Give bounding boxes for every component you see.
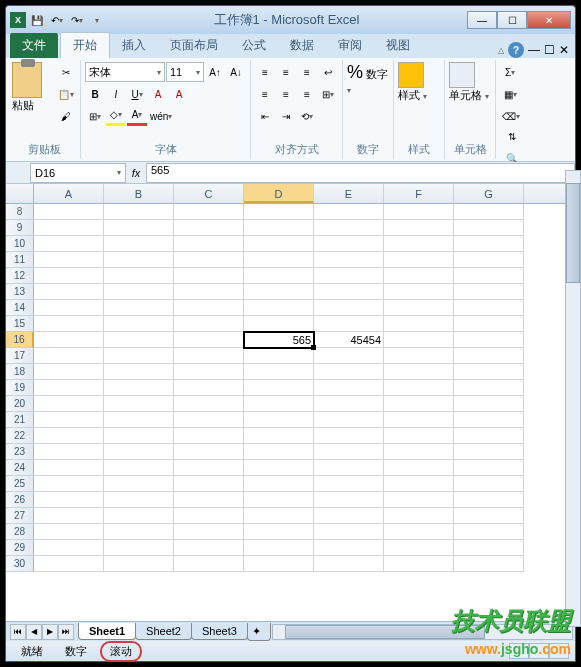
cell-A19[interactable] [34,380,104,396]
bold-button[interactable]: B [85,84,105,104]
cell-B19[interactable] [104,380,174,396]
cell-G15[interactable] [454,316,524,332]
cell-F12[interactable] [384,268,454,284]
row-header[interactable]: 23 [6,444,34,460]
cell-D28[interactable] [244,524,314,540]
orientation-icon[interactable]: ⟲▾ [297,106,317,126]
cell-E11[interactable] [314,252,384,268]
cell-D12[interactable] [244,268,314,284]
cell-C21[interactable] [174,412,244,428]
tab-review[interactable]: 审阅 [326,33,374,58]
phonetic-button[interactable]: wén▾ [148,106,174,126]
cell-E14[interactable] [314,300,384,316]
cell-F23[interactable] [384,444,454,460]
cell-A28[interactable] [34,524,104,540]
cell-F16[interactable] [384,332,454,348]
row-header[interactable]: 18 [6,364,34,380]
cell-F10[interactable] [384,236,454,252]
cell-F14[interactable] [384,300,454,316]
cell-A26[interactable] [34,492,104,508]
decrease-font-icon[interactable]: A↓ [226,62,246,82]
cell-C20[interactable] [174,396,244,412]
cell-E29[interactable] [314,540,384,556]
cell-C8[interactable] [174,204,244,220]
close-button[interactable]: ✕ [527,11,571,29]
normal-view-button[interactable] [509,643,529,659]
cell-D19[interactable] [244,380,314,396]
cell-F8[interactable] [384,204,454,220]
cell-F27[interactable] [384,508,454,524]
cell-A24[interactable] [34,460,104,476]
row-header[interactable]: 29 [6,540,34,556]
cell-G14[interactable] [454,300,524,316]
cell-D16[interactable]: 565 [244,332,314,348]
col-header-F[interactable]: F [384,184,454,203]
cell-D20[interactable] [244,396,314,412]
h-scroll-thumb[interactable] [285,625,485,639]
row-header[interactable]: 10 [6,236,34,252]
cell-A16[interactable] [34,332,104,348]
cell-D18[interactable] [244,364,314,380]
autosum-icon[interactable]: Σ▾ [500,62,520,82]
cell-A18[interactable] [34,364,104,380]
cell-B22[interactable] [104,428,174,444]
number-format-button[interactable]: % 数字 ▾ [347,62,389,122]
cell-F15[interactable] [384,316,454,332]
cell-E25[interactable] [314,476,384,492]
row-header[interactable]: 25 [6,476,34,492]
row-header[interactable]: 20 [6,396,34,412]
cell-E28[interactable] [314,524,384,540]
cell-C11[interactable] [174,252,244,268]
cell-G17[interactable] [454,348,524,364]
doc-minimize-icon[interactable]: — [528,43,540,57]
cell-B16[interactable] [104,332,174,348]
qat-more-icon[interactable]: ▾ [88,11,106,29]
cell-C18[interactable] [174,364,244,380]
help-icon[interactable]: ? [508,42,524,58]
cell-A8[interactable] [34,204,104,220]
row-header[interactable]: 22 [6,428,34,444]
cell-E12[interactable] [314,268,384,284]
cell-G28[interactable] [454,524,524,540]
maximize-button[interactable]: ☐ [497,11,527,29]
cells-button[interactable]: 单元格 ▾ [449,62,491,122]
cell-A12[interactable] [34,268,104,284]
align-center-icon[interactable]: ≡ [276,84,296,104]
cell-B15[interactable] [104,316,174,332]
tab-layout[interactable]: 页面布局 [158,33,230,58]
cell-D10[interactable] [244,236,314,252]
cell-G11[interactable] [454,252,524,268]
horizontal-scrollbar[interactable] [272,624,573,640]
cell-E9[interactable] [314,220,384,236]
cell-B25[interactable] [104,476,174,492]
cell-E17[interactable] [314,348,384,364]
cell-B17[interactable] [104,348,174,364]
increase-font2-icon[interactable]: A [148,84,168,104]
cell-A25[interactable] [34,476,104,492]
cell-G16[interactable] [454,332,524,348]
row-header[interactable]: 26 [6,492,34,508]
paste-button[interactable]: 粘贴 [12,62,54,122]
cell-C23[interactable] [174,444,244,460]
cell-D24[interactable] [244,460,314,476]
clear-icon[interactable]: ⌫▾ [500,106,522,126]
cell-D21[interactable] [244,412,314,428]
cell-G12[interactable] [454,268,524,284]
cell-A14[interactable] [34,300,104,316]
increase-font-icon[interactable]: A↑ [205,62,225,82]
cell-A20[interactable] [34,396,104,412]
cell-D15[interactable] [244,316,314,332]
cell-G23[interactable] [454,444,524,460]
cell-B8[interactable] [104,204,174,220]
cell-C15[interactable] [174,316,244,332]
cell-G20[interactable] [454,396,524,412]
last-sheet-button[interactable]: ⏭ [58,624,74,640]
cell-A30[interactable] [34,556,104,572]
cell-D14[interactable] [244,300,314,316]
cell-D25[interactable] [244,476,314,492]
align-bottom-icon[interactable]: ≡ [297,62,317,82]
cell-E27[interactable] [314,508,384,524]
align-left-icon[interactable]: ≡ [255,84,275,104]
cell-E24[interactable] [314,460,384,476]
cell-B24[interactable] [104,460,174,476]
